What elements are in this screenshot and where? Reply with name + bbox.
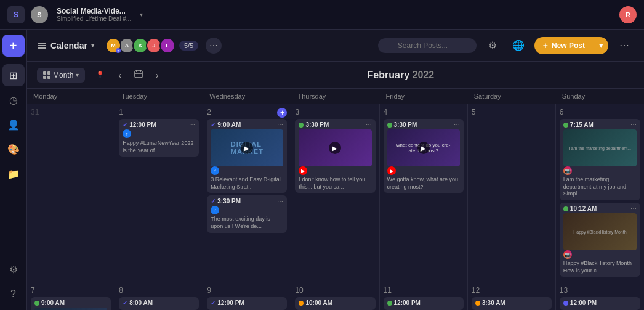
next-month-button[interactable]: › [152,68,163,83]
green-dot [563,123,568,128]
sidebar-add-button[interactable]: + [2,35,25,57]
orange-dot [475,301,480,306]
pin-button[interactable]: 📍 [90,65,110,85]
event-more-button[interactable]: ⋯ [630,121,637,128]
sidebar-folder-icon[interactable]: 📁 [2,163,25,185]
more-options-button[interactable]: ⋯ [614,36,634,55]
add-event-button[interactable]: + [277,108,287,118]
prev-month-button[interactable]: ‹ [115,68,125,83]
calendar-label[interactable]: Calendar ▾ [37,41,94,51]
search-input[interactable] [378,38,477,53]
event-more-button[interactable]: ⋯ [542,300,548,306]
more-button[interactable]: ⋯ [206,38,222,54]
event-card[interactable]: 10:00 AM ⋯ [295,297,375,310]
event-more-button[interactable]: ⋯ [189,300,195,306]
event-more-button[interactable]: ⋯ [630,205,637,212]
svg-rect-3 [43,71,46,75]
event-more-button[interactable]: ⋯ [630,300,637,306]
left-sidebar: + ⊞ ◷ 👤 🎨 📁 ⚙ ? [0,30,27,310]
event-text: I don't know how to tell you this... but… [299,176,371,190]
youtube-icon: ▶ [299,166,307,175]
globe-button[interactable]: 🌐 [509,36,528,55]
day-number: 13 [560,286,640,295]
view-dropdown-icon: ▾ [76,71,79,78]
new-post-dropdown-button[interactable]: ▾ [594,37,608,54]
instagram-icon: 📷 [563,250,572,259]
event-card[interactable]: ✓ 8:00 AM ⋯ [119,297,199,310]
event-thumbnail: what content do you cre-ate the most? ▶ [387,129,460,166]
event-more-button[interactable]: ⋯ [366,300,372,306]
svg-rect-0 [38,43,46,44]
event-card-2[interactable]: 10:12 AM ⋯ Happy #BlackHistory Month 📷 H… [560,203,640,277]
workspace-info: Social Media-Vide... Simplified Lifetime… [57,7,131,22]
sidebar-palette-icon[interactable]: 🎨 [2,138,25,160]
event-more-button[interactable]: ⋯ [277,121,283,128]
month-view-button[interactable]: Month ▾ [37,68,85,83]
sidebar-users-icon[interactable]: 👤 [2,113,25,136]
facebook-icon: f [211,206,219,214]
today-button[interactable] [130,67,147,83]
event-card[interactable]: 3:30 PM ⋯ what content do you cre-ate th… [384,119,464,193]
top-bar: S S Social Media-Vide... Simplified Life… [0,0,644,30]
calendar-grid: Monday Tuesday Wednesday Thursday Friday… [27,89,644,310]
sidebar-clock-icon[interactable]: ◷ [2,89,25,111]
event-more-button[interactable]: ⋯ [366,121,372,128]
avatar-5: L [159,38,175,54]
event-card[interactable]: ✓ 12:00 PM ⋯ f Happy #LunarNewYear 2022 … [119,119,199,157]
event-more-button[interactable]: ⋯ [454,121,460,128]
event-text: Happy #BlackHistory Month How is your c.… [563,260,637,274]
workspace-dropdown-icon[interactable]: ▾ [140,11,143,18]
event-more-button[interactable]: ⋯ [101,300,107,306]
day-number: 2 [207,108,211,116]
calendar-dropdown-icon[interactable]: ▾ [91,42,94,49]
green-dot [299,123,304,128]
avatar-1: M● [105,38,121,54]
main-content: Calendar ▾ M● A K J L 5/5 ⋯ ⚙ 🌐 + New Po… [27,30,644,310]
sub-header: Calendar ▾ M● A K J L 5/5 ⋯ ⚙ 🌐 + New Po… [27,30,644,62]
event-card[interactable]: 12:00 PM ⋯ [560,297,640,310]
event-thumbnail: DIGITALMARKET ▶ [211,129,283,166]
day-number: 6 [560,108,640,116]
col-thursday: Thursday [291,89,379,104]
sidebar-help-icon[interactable]: ? [2,283,25,305]
day-number: 12 [472,286,552,295]
event-more-button[interactable]: ⋯ [277,198,283,205]
event-card[interactable]: 3:30 AM ⋯ [472,297,552,310]
event-card[interactable]: 3:30 PM ⋯ ▶ ▶ I don't know how to tell y… [295,119,375,193]
filter-button[interactable]: ⚙ [483,36,502,55]
svg-rect-5 [43,76,46,79]
event-card[interactable]: 9:00 AM ⋯ ▶ [31,297,111,310]
event-card[interactable]: 12:00 PM ⋯ [384,297,464,310]
col-sunday: Sunday [556,89,644,104]
col-saturday: Saturday [468,89,556,104]
event-more-button[interactable]: ⋯ [277,300,283,306]
day-2: 2 + ✓ 9:00 AM ⋯ DIGITALMARKET ▶ [203,104,291,282]
sidebar-grid-icon[interactable]: ⊞ [2,64,25,86]
day-4: 4 3:30 PM ⋯ what content do you cre-ate … [380,104,468,282]
day-number: 11 [384,286,464,295]
day-8: 8 ✓ 8:00 AM ⋯ [115,282,203,310]
user-avatar[interactable]: R [619,6,637,23]
col-tuesday: Tuesday [115,89,203,104]
calendar-header: Monday Tuesday Wednesday Thursday Friday… [27,89,644,104]
event-card[interactable]: ✓ 9:00 AM ⋯ DIGITALMARKET ▶ f 3 Relevant… [207,119,287,193]
workspace-avatar: S [31,6,48,23]
event-more-button[interactable]: ⋯ [189,121,195,128]
event-more-button[interactable]: ⋯ [454,300,460,306]
orange-dot [299,301,304,306]
new-post-group: + New Post ▾ [534,37,608,54]
sidebar-settings-icon[interactable]: ⚙ [2,258,25,280]
event-thumbnail: I am the marketing department... [563,129,637,166]
event-text: Happy #LunarNewYear 2022 is the Year of … [123,140,195,154]
event-card-2[interactable]: ✓ 3:30 PM ⋯ f The most exciting day is u… [207,195,287,232]
green-dot [387,301,392,306]
week-1: 31 1 ✓ 12:00 PM ⋯ f Happy #Lun [27,104,644,282]
new-post-button[interactable]: + New Post [534,37,594,54]
event-text: We gotta know, what are you creating mos… [387,176,460,190]
month-title: February 2022 [167,70,634,81]
svg-rect-6 [47,76,50,79]
play-icon: ▶ [241,142,253,154]
day-9: 9 ✓ 12:00 PM ⋯ [203,282,291,310]
event-card[interactable]: 7:15 AM ⋯ I am the marketing department.… [560,119,640,200]
event-card[interactable]: ✓ 12:00 PM ⋯ [207,297,287,310]
